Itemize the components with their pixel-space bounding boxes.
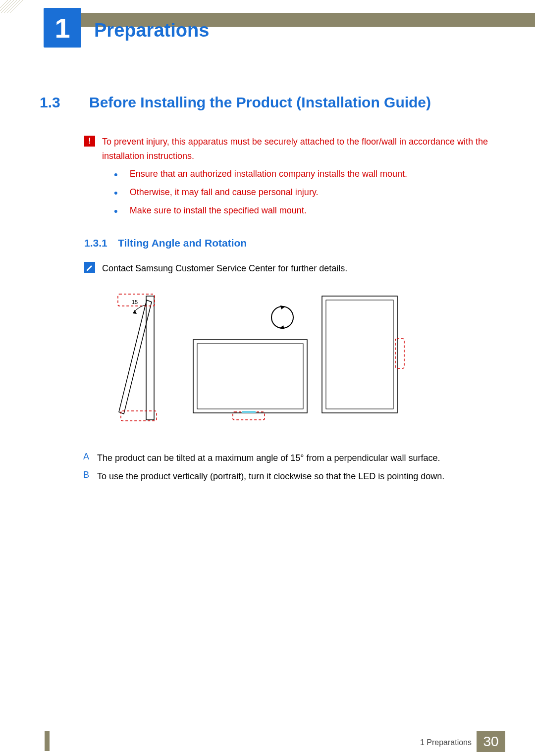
list-item: • Ensure that an authorized installation… bbox=[114, 167, 495, 181]
list-item: • Make sure to install the specified wal… bbox=[114, 204, 495, 217]
svg-rect-11 bbox=[121, 411, 157, 421]
svg-rect-7 bbox=[146, 296, 154, 420]
warning-bullet-list: • Ensure that an authorized installation… bbox=[114, 167, 495, 217]
note-block: Contact Samsung Customer Service Center … bbox=[84, 262, 495, 275]
list-item: A The product can be tilted at a maximum… bbox=[83, 452, 495, 465]
warning-text: To prevent injury, this apparatus must b… bbox=[102, 135, 495, 163]
note-text: Contact Samsung Customer Service Center … bbox=[102, 262, 347, 275]
section-number: 1.3 bbox=[40, 94, 89, 111]
bullet-icon: • bbox=[114, 188, 118, 199]
svg-marker-8 bbox=[119, 300, 152, 414]
letter-marker: A bbox=[83, 452, 97, 465]
chapter-number-badge: 1 bbox=[44, 8, 81, 48]
list-item: B To use the product vertically (portrai… bbox=[83, 470, 495, 483]
svg-point-16 bbox=[271, 306, 293, 328]
bullet-text: Otherwise, it may fall and cause persona… bbox=[130, 186, 319, 199]
section-title: Before Installing the Product (Installat… bbox=[89, 94, 431, 111]
svg-line-2 bbox=[1, 0, 27, 13]
svg-rect-13 bbox=[197, 344, 303, 409]
page-content: 1.3 Before Installing the Product (Insta… bbox=[40, 94, 495, 488]
svg-rect-20 bbox=[326, 300, 393, 409]
page-number: 30 bbox=[477, 731, 505, 752]
section-heading: 1.3 Before Installing the Product (Insta… bbox=[40, 94, 495, 111]
svg-rect-21 bbox=[395, 339, 404, 368]
chapter-title: Preparations bbox=[94, 20, 209, 41]
svg-marker-10 bbox=[133, 310, 137, 314]
page-footer: 1 Preparations 30 bbox=[0, 731, 535, 756]
svg-rect-19 bbox=[322, 296, 397, 413]
svg-rect-15 bbox=[242, 411, 256, 413]
letter-item-text: To use the product vertically (portrait)… bbox=[97, 470, 444, 483]
footer-chapter-label: 1 Preparations bbox=[420, 738, 472, 747]
subsection-number: 1.3.1 bbox=[84, 237, 118, 249]
letter-item-text: The product can be tilted at a maximum a… bbox=[97, 452, 440, 465]
svg-line-5 bbox=[10, 0, 30, 13]
footer-accent bbox=[45, 731, 50, 751]
bullet-text: Make sure to install the specified wall … bbox=[130, 204, 307, 217]
subsection-title: Tilting Angle and Rotation bbox=[118, 237, 247, 249]
svg-rect-12 bbox=[193, 340, 307, 413]
tilt-rotation-diagram: 15 bbox=[99, 290, 495, 431]
warning-block: ! To prevent injury, this apparatus must… bbox=[84, 135, 495, 163]
bullet-icon: • bbox=[114, 206, 118, 217]
page-header: 1 Preparations bbox=[0, 13, 535, 43]
subsection-heading: 1.3.1 Tilting Angle and Rotation bbox=[84, 237, 495, 249]
letter-list: A The product can be tilted at a maximum… bbox=[83, 452, 495, 483]
letter-marker: B bbox=[83, 470, 97, 483]
svg-marker-18 bbox=[279, 325, 284, 329]
tilt-angle-label: 15 bbox=[132, 299, 138, 305]
bullet-text: Ensure that an authorized installation c… bbox=[130, 167, 407, 181]
svg-marker-17 bbox=[280, 305, 285, 309]
pencil-note-icon bbox=[84, 262, 95, 273]
svg-line-3 bbox=[4, 0, 30, 13]
bullet-icon: • bbox=[114, 169, 118, 180]
header-decor bbox=[0, 0, 30, 13]
list-item: • Otherwise, it may fall and cause perso… bbox=[114, 186, 495, 199]
exclamation-icon: ! bbox=[84, 136, 95, 147]
